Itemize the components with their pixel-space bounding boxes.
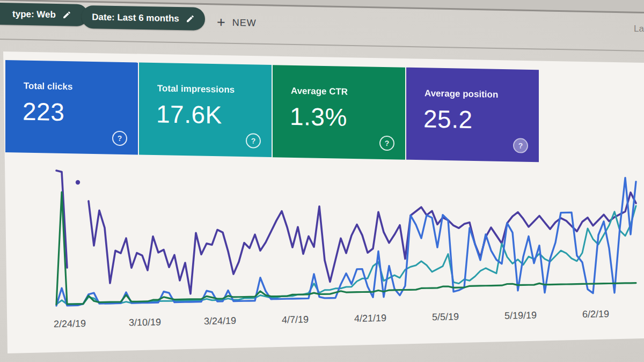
impressions-data-point[interactable] [76, 180, 80, 185]
position-line[interactable] [56, 182, 636, 305]
photographed-monitor-screen: type: Web Date: Last 6 months + NEW La T… [0, 0, 644, 362]
chart-lines-canvas[interactable] [0, 0, 644, 362]
x-axis-tick-label: 5/5/19 [432, 311, 459, 323]
ctr-line[interactable] [56, 206, 636, 305]
x-axis-tick-label: 2/24/19 [54, 318, 86, 330]
x-axis-tick-label: 4/7/19 [282, 314, 309, 326]
x-axis-tick-label: 3/10/19 [129, 317, 161, 329]
x-axis-tick-label: 5/19/19 [504, 310, 537, 322]
x-axis-tick-label: 6/2/19 [582, 308, 609, 320]
impressions-line[interactable] [89, 191, 636, 295]
x-axis-tick-label: 4/21/19 [354, 313, 386, 324]
x-axis-tick-label: 3/24/19 [204, 315, 236, 327]
performance-chart[interactable]: 2/24/193/10/193/24/194/7/194/21/195/5/19… [0, 0, 644, 362]
